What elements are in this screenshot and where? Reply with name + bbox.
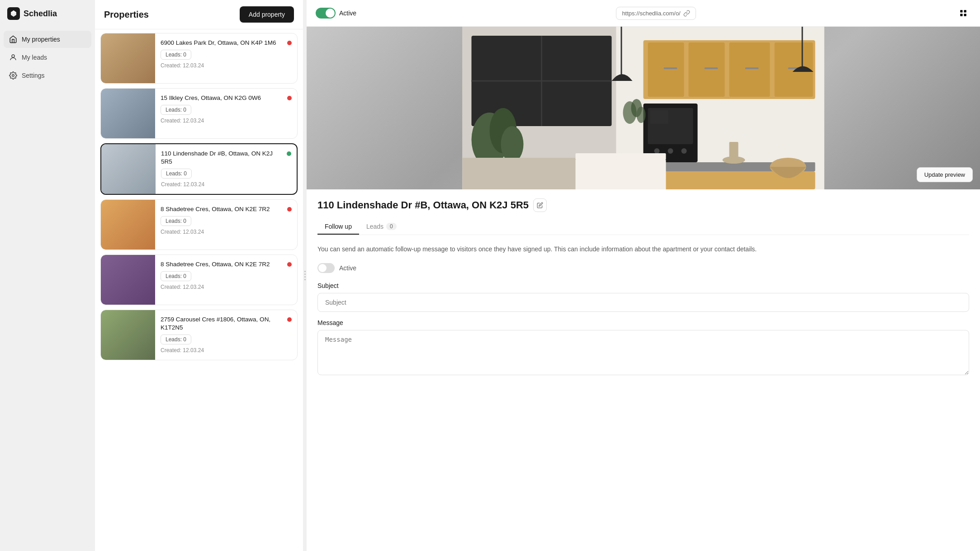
resize-dot-3: [304, 276, 306, 278]
created-date: Created: 12.03.24: [161, 62, 292, 69]
sidebar-item-settings-label: Settings: [22, 72, 45, 79]
svg-rect-21: [664, 67, 677, 69]
svg-point-28: [654, 148, 660, 154]
svg-rect-19: [729, 42, 770, 97]
active-toggle[interactable]: [316, 8, 336, 19]
property-info: 110 Lindenshade Dr #B, Ottawa, ON K2J 5R…: [161, 144, 297, 194]
followup-active-row: Active: [317, 263, 969, 273]
resize-dot-2: [304, 273, 306, 275]
property-image: [101, 310, 155, 360]
link-icon[interactable]: [683, 10, 690, 17]
tab-leads[interactable]: Leads 0: [359, 219, 404, 235]
followup-active-toggle[interactable]: [317, 263, 335, 273]
detail-property-title: 110 Lindenshade Dr #B, Ottawa, ON K2J 5R…: [317, 199, 529, 211]
resize-dot-4: [304, 279, 306, 280]
svg-rect-34: [729, 142, 739, 160]
property-addr-row: 8 Shadetree Cres, Ottawa, ON K2E 7R2: [161, 205, 292, 213]
url-bar: https://schedlia.com/o/: [616, 7, 696, 20]
kitchen-image: [307, 27, 980, 189]
property-card[interactable]: 8 Shadetree Cres, Ottawa, ON K2E 7R2 Lea…: [100, 254, 298, 305]
add-property-button[interactable]: Add property: [240, 6, 294, 23]
app-logo: Schedlia: [0, 7, 95, 31]
active-toggle-label: Active: [339, 9, 356, 17]
sidebar-nav: My properties My leads Settings: [0, 31, 95, 84]
svg-rect-4: [960, 14, 962, 16]
edit-property-button[interactable]: [533, 198, 547, 212]
leads-badge: Leads: 0: [161, 334, 191, 344]
detail-panel: Active https://schedlia.com/o/: [307, 0, 980, 551]
property-image: [101, 89, 155, 138]
property-address: 8 Shadetree Cres, Ottawa, ON K2E 7R2: [161, 260, 284, 268]
url-text: https://schedlia.com/o/: [622, 10, 680, 17]
svg-rect-23: [745, 67, 759, 69]
followup-active-label: Active: [339, 264, 356, 272]
property-address: 110 Lindenshade Dr #B, Ottawa, ON K2J 5R…: [161, 150, 284, 166]
property-image: [101, 144, 156, 194]
svg-rect-5: [964, 14, 966, 16]
header-icons: [956, 5, 971, 21]
detail-content: 110 Lindenshade Dr #B, Ottawa, ON K2J 5R…: [307, 189, 980, 551]
svg-rect-38: [576, 160, 666, 189]
svg-point-29: [668, 148, 673, 154]
property-addr-row: 8 Shadetree Cres, Ottawa, ON K2E 7R2: [161, 260, 292, 268]
svg-rect-37: [576, 153, 666, 160]
sidebar-item-my-properties[interactable]: My properties: [4, 31, 91, 48]
subject-input[interactable]: [317, 293, 969, 312]
property-card[interactable]: 6900 Lakes Park Dr, Ottawa, ON K4P 1M6 L…: [100, 33, 298, 84]
property-info: 2759 Carousel Cres #1806, Ottawa, ON, K1…: [161, 310, 297, 360]
sidebar: Schedlia My properties My leads Settings: [0, 0, 95, 551]
app-name: Schedlia: [24, 9, 57, 19]
property-address: 2759 Carousel Cres #1806, Ottawa, ON, K1…: [161, 316, 284, 332]
svg-point-13: [501, 126, 524, 162]
property-card[interactable]: 110 Lindenshade Dr #B, Ottawa, ON K2J 5R…: [100, 143, 298, 195]
svg-point-0: [12, 55, 14, 57]
sidebar-item-my-properties-label: My properties: [22, 36, 60, 43]
resize-dots: [304, 271, 306, 280]
leads-count-badge: 0: [386, 223, 397, 230]
resize-handle[interactable]: [303, 0, 307, 551]
status-dot: [287, 41, 292, 45]
svg-point-42: [637, 107, 646, 123]
property-card[interactable]: 15 Ilkley Cres, Ottawa, ON K2G 0W6 Leads…: [100, 88, 298, 139]
property-image: [101, 200, 155, 250]
property-hero-image: [307, 27, 980, 189]
property-card[interactable]: 8 Shadetree Cres, Ottawa, ON K2E 7R2 Lea…: [100, 199, 298, 250]
grid-icon: [959, 9, 967, 17]
property-address: 8 Shadetree Cres, Ottawa, ON K2E 7R2: [161, 205, 284, 213]
main-area: Properties Add property 6900 Lakes Park …: [95, 0, 980, 551]
toggle-thumb: [326, 9, 335, 18]
property-addr-row: 110 Lindenshade Dr #B, Ottawa, ON K2J 5R…: [161, 150, 291, 166]
sidebar-item-my-leads[interactable]: My leads: [4, 49, 91, 66]
leads-badge: Leads: 0: [161, 271, 191, 281]
update-preview-button[interactable]: Update preview: [917, 167, 973, 182]
property-list: 6900 Lakes Park Dr, Ottawa, ON K4P 1M6 L…: [95, 29, 303, 551]
subject-form-group: Subject: [317, 282, 969, 312]
property-info: 6900 Lakes Park Dr, Ottawa, ON K4P 1M6 L…: [161, 33, 297, 83]
detail-header-left: Active: [316, 8, 356, 19]
svg-rect-22: [705, 67, 718, 69]
properties-panel: Properties Add property 6900 Lakes Park …: [95, 0, 303, 551]
resize-dot-1: [304, 271, 306, 272]
detail-property-title-row: 110 Lindenshade Dr #B, Ottawa, ON K2J 5R…: [317, 198, 969, 212]
leads-icon: [9, 53, 17, 61]
svg-rect-2: [960, 10, 962, 12]
message-input[interactable]: [317, 330, 969, 375]
property-info: 15 Ilkley Cres, Ottawa, ON K2G 0W6 Leads…: [161, 89, 297, 138]
status-dot: [287, 96, 292, 100]
subject-label: Subject: [317, 282, 969, 289]
followup-content: You can send an automatic follow-up mess…: [317, 244, 969, 377]
detail-header: Active https://schedlia.com/o/: [307, 0, 980, 27]
svg-rect-35: [621, 27, 622, 81]
svg-rect-36: [802, 27, 803, 72]
svg-point-30: [682, 148, 687, 154]
sidebar-item-settings[interactable]: Settings: [4, 67, 91, 84]
tab-follow-up[interactable]: Follow up: [317, 219, 359, 235]
svg-rect-27: [650, 110, 668, 124]
grid-view-button[interactable]: [956, 5, 971, 21]
logo-icon: [7, 7, 20, 20]
created-date: Created: 12.03.24: [161, 347, 292, 353]
created-date: Created: 12.03.24: [161, 181, 291, 188]
property-card[interactable]: 2759 Carousel Cres #1806, Ottawa, ON, K1…: [100, 310, 298, 360]
detail-tabs: Follow up Leads 0: [317, 219, 969, 235]
settings-icon: [9, 71, 17, 80]
